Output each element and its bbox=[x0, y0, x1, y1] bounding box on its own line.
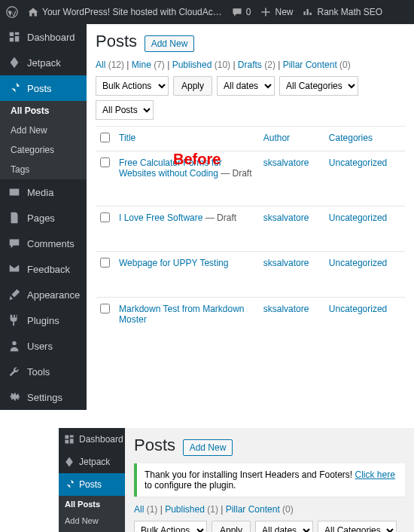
post-status: — Draft bbox=[202, 212, 236, 223]
filter-published[interactable]: Published bbox=[172, 60, 212, 70]
table-row: I Love Free Software — Draft sksalvatore… bbox=[96, 206, 405, 231]
filter-all[interactable]: All bbox=[96, 60, 105, 70]
content-area: Posts Add New All (12) | Mine (7) | Publ… bbox=[87, 24, 414, 410]
category-link[interactable]: Uncategorized bbox=[329, 157, 387, 168]
submenu-all-posts[interactable]: All Posts bbox=[0, 101, 87, 121]
page-title: Posts bbox=[134, 436, 175, 455]
table-row: Webpage for UPPY Testing sksalvatore Unc… bbox=[96, 252, 405, 277]
apply-button[interactable]: Apply bbox=[212, 521, 251, 532]
menu-comments[interactable]: Comments bbox=[0, 231, 87, 256]
col-author[interactable]: Author bbox=[259, 127, 324, 151]
menu-dashboard[interactable]: Dashboard bbox=[0, 24, 87, 50]
categories-select[interactable]: All Categories bbox=[318, 521, 397, 532]
filter-all[interactable]: All bbox=[134, 504, 144, 515]
row-checkbox[interactable] bbox=[100, 304, 110, 313]
submenu-posts: All Posts Add New Categories Tags bbox=[0, 101, 87, 179]
post-title-link[interactable]: I Love Free Software bbox=[119, 212, 202, 223]
admin-sidebar: Dashboard Jetpack Posts All Posts Add Ne… bbox=[0, 24, 87, 410]
notice-link[interactable]: Click here bbox=[355, 469, 394, 480]
category-link[interactable]: Uncategorized bbox=[329, 258, 387, 268]
menu-feedback[interactable]: Feedback bbox=[0, 256, 87, 282]
dates-select[interactable]: All dates bbox=[255, 521, 313, 532]
status-filters: All (1) | Published (1) | Pillar Content… bbox=[134, 504, 405, 515]
new-button[interactable]: New bbox=[260, 6, 293, 18]
filter-published[interactable]: Published bbox=[165, 504, 205, 515]
menu-settings[interactable]: Settings bbox=[0, 384, 87, 410]
page-title: Posts bbox=[96, 32, 137, 51]
menu-jetpack[interactable]: Jetpack bbox=[0, 50, 87, 75]
table-row: Markdown Test from Markdown Moster sksal… bbox=[96, 297, 405, 331]
filter-drafts[interactable]: Drafts bbox=[238, 60, 262, 70]
menu-users[interactable]: Users bbox=[0, 333, 87, 359]
submenu-categories[interactable]: Categories bbox=[0, 140, 87, 160]
filter-mine[interactable]: Mine bbox=[132, 60, 151, 70]
add-new-button[interactable]: Add New bbox=[183, 439, 233, 456]
post-status: — Draft bbox=[218, 168, 252, 179]
site-link[interactable]: Your WordPress! Site hosted with CloudAc… bbox=[27, 6, 222, 18]
post-title-link[interactable]: Free Calculator Forms for Websites witho… bbox=[119, 157, 222, 179]
menu-posts[interactable]: Posts bbox=[59, 473, 125, 496]
add-new-button[interactable]: Add New bbox=[145, 35, 195, 52]
bulk-actions-select[interactable]: Bulk Actions bbox=[134, 521, 207, 532]
seo-link[interactable]: Rank Math SEO bbox=[302, 6, 382, 18]
menu-appearance[interactable]: Appearance bbox=[0, 282, 87, 307]
posts-select[interactable]: All Posts bbox=[96, 100, 154, 120]
submenu-tags[interactable]: Tags bbox=[0, 160, 87, 179]
menu-jetpack[interactable]: Jetpack bbox=[59, 451, 125, 473]
admin-topbar: Your WordPress! Site hosted with CloudAc… bbox=[0, 0, 414, 24]
submenu-posts: All Posts Add New Categories Tags bbox=[59, 496, 125, 532]
menu-posts[interactable]: Posts bbox=[0, 75, 87, 101]
author-link[interactable]: sksalvatore bbox=[263, 212, 309, 223]
menu-media[interactable]: Media bbox=[0, 179, 87, 205]
posts-table: Title Author Categories Free Calculator … bbox=[96, 126, 405, 352]
wp-logo[interactable] bbox=[6, 6, 18, 18]
table-row: Free Calculator Forms for Websites witho… bbox=[96, 151, 405, 185]
filter-pillar[interactable]: Pillar Content bbox=[226, 504, 280, 515]
row-checkbox[interactable] bbox=[100, 212, 110, 222]
submenu-add-new[interactable]: Add New bbox=[59, 512, 125, 529]
author-link[interactable]: sksalvatore bbox=[263, 157, 309, 168]
col-title[interactable]: Title bbox=[114, 127, 259, 151]
submenu-categories[interactable]: Categories bbox=[59, 529, 125, 532]
filter-pillar[interactable]: Pillar Content bbox=[283, 60, 337, 70]
apply-button[interactable]: Apply bbox=[173, 76, 212, 96]
row-checkbox[interactable] bbox=[100, 258, 110, 268]
after-screenshot: Dashboard Jetpack Posts All Posts Add Ne… bbox=[59, 428, 414, 532]
dates-select[interactable]: All dates bbox=[217, 76, 275, 96]
bulk-actions-select[interactable]: Bulk Actions bbox=[96, 76, 169, 96]
list-toolbar: Bulk Actions Apply All dates All Categor… bbox=[96, 76, 405, 120]
col-categories[interactable]: Categories bbox=[324, 127, 405, 151]
menu-tools[interactable]: Tools bbox=[0, 359, 87, 384]
post-title-link[interactable]: Markdown Test from Markdown Moster bbox=[119, 304, 245, 325]
content-area: Posts Add New Thank you for installing I… bbox=[125, 428, 414, 532]
admin-sidebar: Dashboard Jetpack Posts All Posts Add Ne… bbox=[59, 428, 125, 532]
category-link[interactable]: Uncategorized bbox=[329, 304, 387, 314]
comments-count[interactable]: 0 bbox=[231, 6, 251, 18]
before-screenshot: Your WordPress! Site hosted with CloudAc… bbox=[0, 0, 414, 410]
menu-pages[interactable]: Pages bbox=[0, 205, 87, 231]
row-checkbox[interactable] bbox=[100, 157, 110, 167]
submenu-add-new[interactable]: Add New bbox=[0, 121, 87, 140]
categories-select[interactable]: All Categories bbox=[279, 76, 358, 96]
post-title-link[interactable]: Webpage for UPPY Testing bbox=[119, 258, 228, 268]
status-filters: All (12) | Mine (7) | Published (10) | D… bbox=[96, 60, 405, 70]
select-all-checkbox[interactable] bbox=[100, 133, 110, 142]
plugin-notice: Thank you for installing Insert Headers … bbox=[134, 463, 405, 497]
list-toolbar: Bulk Actions Apply All dates All Categor… bbox=[134, 521, 405, 532]
menu-plugins[interactable]: Plugins bbox=[0, 307, 87, 333]
author-link[interactable]: sksalvatore bbox=[263, 258, 309, 268]
submenu-all-posts[interactable]: All Posts bbox=[59, 496, 125, 512]
author-link[interactable]: sksalvatore bbox=[263, 304, 309, 314]
category-link[interactable]: Uncategorized bbox=[329, 212, 387, 223]
menu-dashboard[interactable]: Dashboard bbox=[59, 428, 125, 451]
